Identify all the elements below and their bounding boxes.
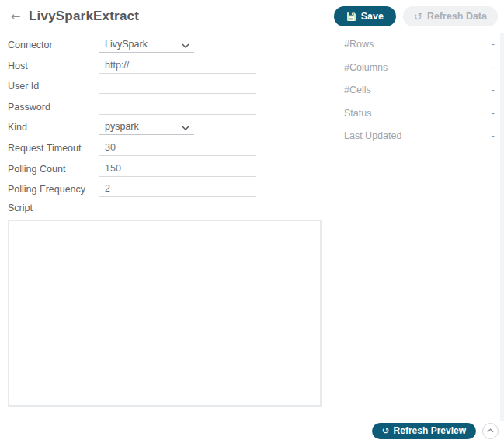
connector-label: Connector (8, 40, 99, 53)
script-textarea[interactable] (8, 220, 322, 407)
form-field-polling-count: Polling Count (8, 161, 321, 177)
rows-label: #Rows (344, 39, 374, 50)
save-floppy-icon (346, 12, 356, 22)
scrollbar-track[interactable] (500, 33, 504, 421)
back-button[interactable]: ← (6, 9, 25, 23)
page-header: ← LivySparkExtract Save ↺ Refresh Data (0, 0, 504, 28)
cells-label: #Cells (344, 85, 371, 95)
form-field-host: Host (8, 58, 321, 74)
refresh-data-label: Refresh Data (427, 11, 487, 22)
last-updated-label: Last Updated (344, 130, 401, 141)
form-field-user-id: User Id (8, 78, 321, 94)
polling-frequency-label: Polling Frequency (8, 184, 99, 197)
form-field-polling-frequency: Polling Frequency (8, 182, 321, 197)
refresh-icon: ↺ (414, 12, 422, 22)
polling-count-label: Polling Count (8, 164, 99, 177)
connector-form: Connector LivySpark Host User Id Passwor… (0, 28, 332, 421)
form-field-request-timeout: Request Timeout (8, 140, 321, 156)
request-timeout-input[interactable] (99, 142, 256, 156)
form-field-password: Password (8, 99, 321, 115)
chevron-down-icon (182, 126, 189, 130)
polling-frequency-input[interactable] (99, 183, 256, 197)
kind-select-value: pyspark (105, 121, 139, 132)
connector-select-value: LivySpark (105, 39, 148, 50)
stat-row-columns: #Columns - (344, 61, 495, 74)
user-id-label: User Id (8, 81, 99, 94)
refresh-data-button[interactable]: ↺ Refresh Data (403, 6, 498, 26)
host-input[interactable] (99, 60, 256, 74)
form-field-kind: Kind pyspark (8, 120, 321, 135)
page-title: LivySparkExtract (29, 9, 139, 24)
columns-label: #Columns (344, 62, 388, 73)
status-label: Status (344, 108, 371, 119)
kind-select[interactable]: pyspark (99, 121, 194, 135)
form-field-connector: Connector LivySpark (8, 37, 321, 53)
stat-row-status: Status - (344, 106, 495, 120)
host-label: Host (8, 61, 99, 74)
stat-row-rows: #Rows - (344, 37, 495, 51)
refresh-preview-label: Refresh Preview (394, 425, 466, 436)
page-footer: ↺ Refresh Preview (0, 421, 504, 440)
password-label: Password (8, 102, 99, 115)
save-button-label: Save (361, 11, 384, 22)
kind-label: Kind (8, 122, 99, 135)
columns-value: - (492, 62, 495, 73)
last-updated-value: - (492, 130, 495, 141)
back-arrow-icon: ← (11, 9, 21, 23)
rows-value: - (492, 39, 495, 50)
refresh-preview-button[interactable]: ↺ Refresh Preview (372, 423, 476, 439)
request-timeout-label: Request Timeout (8, 143, 99, 156)
save-button[interactable]: Save (334, 6, 396, 26)
preview-stats-panel: #Rows - #Columns - #Cells - Status - Las… (332, 28, 504, 421)
connector-select[interactable]: LivySpark (99, 39, 194, 53)
password-input[interactable] (99, 101, 256, 115)
cells-value: - (492, 85, 495, 95)
status-value: - (492, 108, 495, 119)
refresh-icon: ↺ (382, 426, 390, 435)
stat-row-last-updated: Last Updated - (344, 129, 495, 143)
polling-count-input[interactable] (99, 163, 256, 177)
livyspark-extract-page: ← LivySparkExtract Save ↺ Refresh Data C… (0, 0, 504, 440)
stat-row-cells: #Cells - (344, 83, 495, 97)
chevron-down-icon (182, 43, 189, 48)
collapse-up-button[interactable] (482, 423, 499, 439)
content-area: Connector LivySpark Host User Id Passwor… (0, 28, 504, 421)
user-id-input[interactable] (99, 80, 256, 94)
script-label: Script (8, 203, 321, 213)
chevron-up-icon (487, 428, 494, 433)
